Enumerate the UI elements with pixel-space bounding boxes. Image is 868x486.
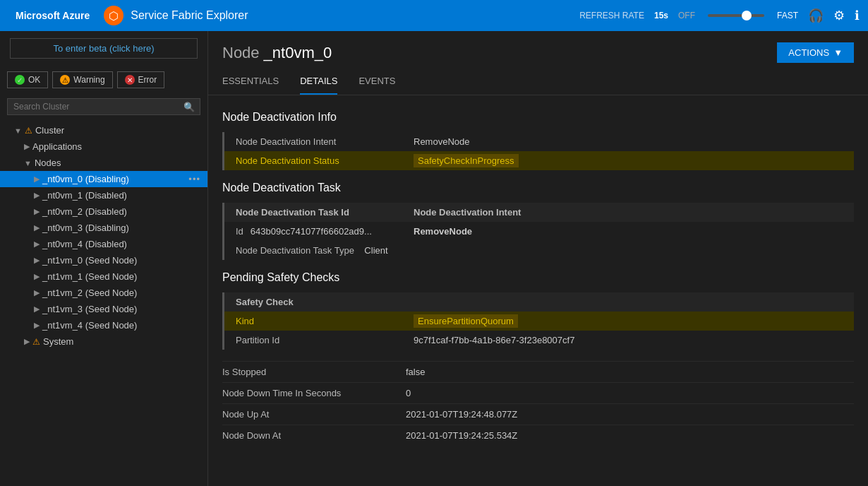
pending-safety-block: Safety Check Kind EnsurePartitionQuorum … xyxy=(222,292,854,350)
deactivation-task-block: Node Deactivation Task Id Node Deactivat… xyxy=(222,203,854,260)
sidebar-node-3[interactable]: ▶ _nt0vm_3 (Disabling) xyxy=(0,220,207,236)
task-type-row: Node Deactivation Task Type Client xyxy=(224,241,854,260)
error-button[interactable]: ✕ Error xyxy=(117,71,165,88)
chevron-right-icon2: ▶ xyxy=(34,174,40,184)
kind-row: Kind EnsurePartitionQuorum xyxy=(224,312,854,331)
toggle-state[interactable]: OFF xyxy=(678,11,695,20)
search-bar: 🔍 xyxy=(0,94,207,119)
beta-button[interactable]: To enter beta (click here) xyxy=(10,38,198,59)
search-input[interactable] xyxy=(7,98,200,115)
topnav-right: REFRESH RATE 15s OFF FAST 🎧 ⚙ ℹ xyxy=(579,8,860,23)
partition-value: 9c7f1caf-f7bb-4a1b-86e7-3f23e8007cf7 xyxy=(408,331,854,350)
node-1-label: _nt0vm_1 (Disabled) xyxy=(42,190,200,201)
deactivation-info-block: Node Deactivation Intent RemoveNode Node… xyxy=(222,132,854,170)
deactivation-task-title: Node Deactivation Task xyxy=(222,182,854,194)
chevron-down-icon2: ▼ xyxy=(24,159,32,167)
chevron-down-icon: ▼ xyxy=(14,126,22,135)
task-type-field-value: Client xyxy=(364,245,387,256)
chevron-right-icon: ▶ xyxy=(24,142,30,151)
sidebar-item-cluster[interactable]: ▼ ⚠ Cluster xyxy=(0,122,207,138)
id-field-value: 643b09cc741077f66602ad9... xyxy=(251,226,372,237)
warning-icon: ⚠ xyxy=(60,75,70,85)
sidebar-node-8[interactable]: ▶ _nt1vm_3 (Seed Node) xyxy=(0,301,207,317)
chevron-right-icon10: ▶ xyxy=(34,304,40,314)
node-down-at-row: Node Down At 2021-01-07T19:24:25.534Z xyxy=(222,425,854,446)
sidebar-node-0[interactable]: ▶ _nt0vm_0 (Disabling) ••• xyxy=(0,171,207,187)
chevron-right-icon7: ▶ xyxy=(34,256,40,265)
deactivation-task-table: Node Deactivation Task Id Node Deactivat… xyxy=(224,203,854,260)
cluster-warn-icon: ⚠ xyxy=(25,126,32,136)
is-stopped-label: Is Stopped xyxy=(222,367,406,377)
node-up-at-row: Node Up At 2021-01-07T19:24:48.077Z xyxy=(222,403,854,425)
error-label: Error xyxy=(138,75,157,85)
node-0-label: _nt0vm_0 (Disabling) xyxy=(42,174,188,184)
sidebar-item-nodes[interactable]: ▼ Nodes xyxy=(0,155,207,171)
task-type-value-empty xyxy=(408,241,854,260)
sidebar: To enter beta (click here) ✓ OK ⚠ Warnin… xyxy=(0,31,208,486)
node-down-time-row: Node Down Time In Seconds 0 xyxy=(222,382,854,403)
warning-label: Warning xyxy=(73,75,104,85)
node-down-at-value: 2021-01-07T19:24:25.534Z xyxy=(406,430,517,441)
kind-value: EnsurePartitionQuorum xyxy=(408,312,854,331)
app-title: Service Fabric Explorer xyxy=(131,9,248,22)
tab-essentials[interactable]: ESSENTIALS xyxy=(222,70,279,95)
nodes-label: Nodes xyxy=(35,158,200,168)
refresh-rate-value: 15s xyxy=(654,11,668,20)
azure-label[interactable]: Microsoft Azure xyxy=(8,7,97,24)
info-icon[interactable]: ℹ xyxy=(855,8,860,23)
details-content: Node Deactivation Info Node Deactivation… xyxy=(208,95,868,457)
warning-button[interactable]: ⚠ Warning xyxy=(52,71,112,88)
task-id-label: Id 643b09cc741077f66602ad9... xyxy=(224,222,408,241)
sidebar-node-2[interactable]: ▶ _nt0vm_2 (Disabled) xyxy=(0,203,207,220)
intent-row: Node Deactivation Intent RemoveNode xyxy=(224,132,854,151)
sidebar-item-applications[interactable]: ▶ Applications xyxy=(0,138,207,155)
is-stopped-value: false xyxy=(406,367,425,377)
node-4-label: _nt0vm_4 (Disabled) xyxy=(42,239,200,249)
node-5-label: _nt1vm_0 (Seed Node) xyxy=(42,255,200,266)
slider-thumb xyxy=(742,11,752,20)
page-title: Node _nt0vm_0 xyxy=(222,44,332,62)
error-icon: ✕ xyxy=(125,75,135,85)
actions-chevron-icon: ▼ xyxy=(833,47,843,58)
task-header-row: Node Deactivation Task Id Node Deactivat… xyxy=(224,203,854,222)
node-7-label: _nt1vm_2 (Seed Node) xyxy=(42,288,200,298)
kind-label: Kind xyxy=(224,312,408,331)
tab-details[interactable]: DETAILS xyxy=(300,70,337,95)
intent-value: RemoveNode xyxy=(408,132,854,151)
node-2-label: _nt0vm_2 (Disabled) xyxy=(42,206,200,217)
status-label: Node Deactivation Status xyxy=(224,151,408,170)
sidebar-node-4[interactable]: ▶ _nt0vm_4 (Disabled) xyxy=(0,236,207,252)
sidebar-node-6[interactable]: ▶ _nt1vm_1 (Seed Node) xyxy=(0,268,207,285)
dots-menu[interactable]: ••• xyxy=(188,174,200,184)
refresh-slider[interactable] xyxy=(708,14,764,17)
safety-header-row: Safety Check xyxy=(224,292,854,312)
applications-label: Applications xyxy=(32,141,200,152)
node-down-at-label: Node Down At xyxy=(222,430,406,441)
sidebar-node-5[interactable]: ▶ _nt1vm_0 (Seed Node) xyxy=(0,252,207,268)
actions-button[interactable]: ACTIONS ▼ xyxy=(777,42,854,63)
status-badge: SafetyCheckInProgress xyxy=(414,154,519,167)
node-up-at-label: Node Up At xyxy=(222,409,406,420)
sidebar-node-1[interactable]: ▶ _nt0vm_1 (Disabled) xyxy=(0,187,207,203)
settings-icon[interactable]: ⚙ xyxy=(833,8,845,23)
search-wrap: 🔍 xyxy=(7,98,200,115)
status-row: ✓ OK ⚠ Warning ✕ Error xyxy=(0,66,207,94)
actions-label: ACTIONS xyxy=(788,47,829,58)
sidebar-node-7[interactable]: ▶ _nt1vm_2 (Seed Node) xyxy=(0,285,207,301)
task-intent-value: RemoveNode xyxy=(408,222,854,241)
node-3-label: _nt0vm_3 (Disabling) xyxy=(42,223,200,233)
headset-icon[interactable]: 🎧 xyxy=(808,8,824,23)
is-stopped-row: Is Stopped false xyxy=(222,361,854,382)
sidebar-item-system[interactable]: ▶ ⚠ System xyxy=(0,333,207,350)
sidebar-node-9[interactable]: ▶ _nt1vm_4 (Seed Node) xyxy=(0,317,207,333)
partition-row: Partition Id 9c7f1caf-f7bb-4a1b-86e7-3f2… xyxy=(224,331,854,350)
tab-events[interactable]: EVENTS xyxy=(358,70,395,95)
app-logo: ⬡ xyxy=(104,6,123,25)
id-field-label: Id xyxy=(236,226,243,237)
pending-safety-table: Safety Check Kind EnsurePartitionQuorum … xyxy=(224,292,854,350)
node-up-at-value: 2021-01-07T19:24:48.077Z xyxy=(406,409,517,420)
search-icon: 🔍 xyxy=(183,102,195,112)
system-warn-icon: ⚠ xyxy=(32,337,40,347)
sidebar-tree: ▼ ⚠ Cluster ▶ Applications ▼ Nodes ▶ _nt… xyxy=(0,119,207,352)
ok-button[interactable]: ✓ OK xyxy=(7,71,48,88)
